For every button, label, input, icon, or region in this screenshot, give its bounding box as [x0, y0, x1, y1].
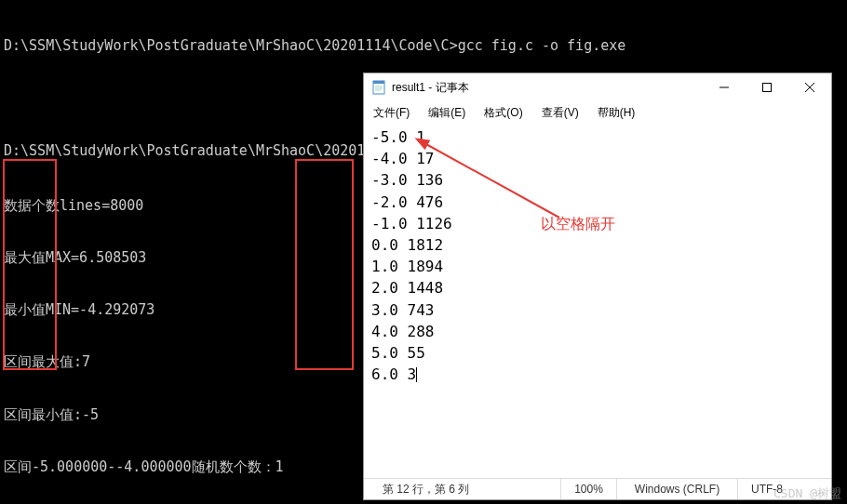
prompt-path: D:\SSM\StudyWork\PostGraduate\MrShaoC\20…	[4, 37, 450, 54]
watermark: CSDN @树盟	[773, 485, 841, 502]
text-line: 0.0 1812	[371, 234, 824, 256]
text-line: -4.0 17	[371, 148, 824, 169]
notepad-icon	[371, 80, 386, 95]
text-line: 5.0 55	[371, 342, 824, 364]
text-line: -2.0 476	[371, 192, 824, 213]
minimize-icon	[719, 83, 729, 92]
status-zoom: 100%	[561, 479, 617, 499]
menu-view[interactable]: 查看(V)	[538, 103, 583, 123]
status-position: 第 12 行，第 6 列	[364, 479, 561, 499]
menu-format[interactable]: 格式(O)	[480, 103, 526, 123]
notepad-content[interactable]: -5.0 1 -4.0 17 -3.0 136 -2.0 476 -1.0 11…	[364, 125, 831, 478]
status-lineending: Windows (CRLF)	[617, 479, 738, 499]
svg-rect-1	[373, 81, 384, 84]
text-line: 4.0 288	[371, 321, 824, 342]
menu-help[interactable]: 帮助(H)	[594, 103, 639, 123]
menu-file[interactable]: 文件(F)	[370, 103, 413, 123]
text-line: 2.0 1448	[371, 277, 824, 298]
notepad-statusbar: 第 12 行，第 6 列 100% Windows (CRLF) UTF-8	[364, 478, 831, 499]
maximize-button[interactable]	[746, 73, 788, 101]
text-line: 6.0 3	[371, 364, 824, 385]
notepad-titlebar[interactable]: result1 - 记事本	[364, 73, 831, 101]
text-line: 3.0 743	[371, 299, 824, 321]
svg-rect-6	[763, 84, 772, 92]
text-caret	[416, 367, 417, 382]
notepad-menubar: 文件(F) 编辑(E) 格式(O) 查看(V) 帮助(H)	[364, 101, 831, 125]
text-line: -5.0 1	[371, 126, 824, 148]
menu-edit[interactable]: 编辑(E)	[424, 103, 469, 123]
prompt-line-1: D:\SSM\StudyWork\PostGraduate\MrShaoC\20…	[4, 37, 843, 55]
text-line: 1.0 1894	[371, 256, 824, 277]
command-1: gcc fig.c -o fig.exe	[458, 37, 626, 54]
text-line: -3.0 136	[371, 169, 824, 191]
notepad-window[interactable]: result1 - 记事本 文件(F) 编辑(E) 格式(O) 查看(V) 帮助…	[363, 73, 832, 500]
close-icon	[805, 83, 814, 92]
maximize-icon	[762, 83, 772, 92]
notepad-title: result1 - 记事本	[392, 80, 703, 96]
minimize-button[interactable]	[703, 73, 746, 101]
close-button[interactable]	[788, 73, 831, 101]
annotation-text: 以空格隔开	[541, 213, 615, 234]
